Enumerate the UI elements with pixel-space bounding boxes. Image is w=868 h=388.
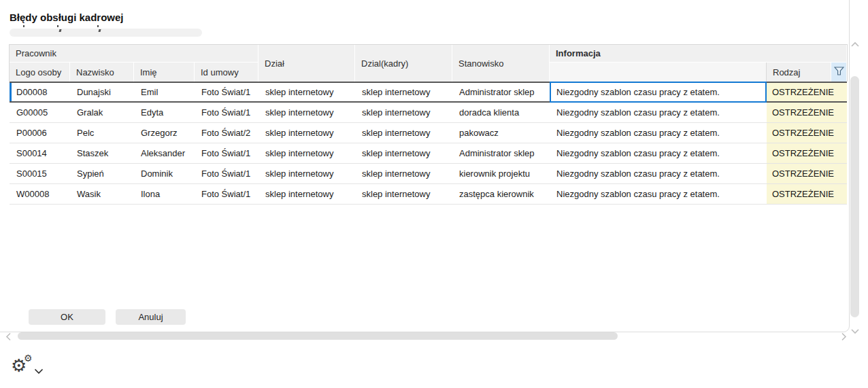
cell-id-umowy[interactable]: Foto Świat/2 [195, 123, 258, 143]
cell-dzial[interactable]: sklep internetowy [258, 184, 355, 204]
cell-logo-osoby[interactable]: D00008 [10, 83, 70, 101]
cell-informacja[interactable]: Niezgodny szablon czasu pracy z etatem. [550, 164, 767, 183]
cell-imie[interactable]: Emil [134, 83, 195, 101]
ok-button[interactable]: OK [29, 309, 105, 325]
cell-logo-osoby[interactable]: S00015 [10, 164, 70, 183]
cell-imie[interactable]: Dominik [134, 164, 195, 183]
cell-logo-osoby[interactable]: P00006 [10, 123, 70, 143]
header-nazwisko[interactable]: Nazwisko [70, 63, 134, 82]
table-row[interactable]: P00006 Pelc Grzegorz Foto Świat/2 sklep … [10, 123, 847, 143]
cell-nazwisko[interactable]: Sypień [70, 164, 134, 183]
cell-logo-osoby[interactable]: G00005 [10, 103, 70, 122]
horizontal-scrollbar-thumb[interactable] [18, 332, 618, 340]
cell-id-umowy[interactable]: Foto Świat/1 [195, 164, 258, 183]
clipped-text-fragment [97, 25, 99, 27]
table-row[interactable]: G00005 Gralak Edyta Foto Świat/1 sklep i… [10, 103, 847, 123]
table-row[interactable]: S00014 Staszek Aleksander Foto Świat/1 s… [10, 143, 847, 164]
funnel-icon [834, 67, 844, 77]
cell-imie[interactable]: Aleksander [134, 143, 195, 163]
header-dzial[interactable]: Dział [258, 45, 355, 82]
header-stanowisko[interactable]: Stanowisko [452, 45, 550, 82]
header-informacja[interactable]: Informacja [550, 45, 847, 63]
cell-dzial-kadry[interactable]: sklep internetowy [355, 184, 452, 204]
cell-dzial-kadry[interactable]: sklep internetowy [355, 103, 452, 122]
cell-id-umowy[interactable]: Foto Świat/1 [195, 184, 258, 204]
cell-informacja[interactable]: Niezgodny szablon czasu pracy z etatem. [550, 103, 767, 122]
cell-id-umowy[interactable]: Foto Świat/1 [195, 103, 258, 122]
cell-stanowisko[interactable]: pakowacz [452, 123, 550, 143]
cell-nazwisko[interactable]: Dunajski [70, 83, 134, 101]
cell-nazwisko[interactable]: Gralak [70, 103, 134, 122]
cell-dzial-kadry[interactable]: sklep internetowy [355, 123, 452, 143]
cell-dzial[interactable]: sklep internetowy [258, 123, 355, 143]
header-imie[interactable]: Imię [134, 63, 195, 82]
cell-informacja[interactable]: Niezgodny szablon czasu pracy z etatem. [550, 143, 767, 163]
clipped-toolbar-control[interactable] [10, 29, 202, 37]
cell-logo-osoby[interactable]: S00014 [10, 143, 70, 163]
cell-nazwisko[interactable]: Staszek [70, 143, 134, 163]
cell-stanowisko[interactable]: Administrator sklep [452, 83, 550, 101]
cell-id-umowy[interactable]: Foto Świat/1 [195, 143, 258, 163]
table-body: D00008 Dunajski Emil Foto Świat/1 sklep … [10, 82, 847, 205]
cell-informacja[interactable]: Niezgodny szablon czasu pracy z etatem. [550, 184, 767, 204]
settings-button[interactable]: ⚙ ⚙ [10, 353, 33, 380]
cell-nazwisko[interactable]: Pelc [70, 123, 134, 143]
cell-imie[interactable]: Ilona [134, 184, 195, 204]
chevron-down-icon[interactable] [34, 365, 44, 377]
cell-logo-osoby[interactable]: W00008 [10, 184, 70, 204]
cell-rodzaj[interactable]: OSTRZEŻENIE [767, 103, 847, 122]
cell-stanowisko[interactable]: kierownik projektu [452, 164, 550, 183]
cell-id-umowy[interactable]: Foto Świat/1 [195, 83, 258, 101]
cell-rodzaj[interactable]: OSTRZEŻENIE [767, 143, 847, 163]
clipped-text-fragment [99, 29, 101, 32]
cell-imie[interactable]: Edyta [134, 103, 195, 122]
gear-icon: ⚙ [24, 353, 33, 363]
cell-dzial[interactable]: sklep internetowy [258, 103, 355, 122]
cell-dzial[interactable]: sklep internetowy [258, 143, 355, 163]
table-row[interactable]: D00008 Dunajski Emil Foto Świat/1 sklep … [10, 82, 847, 103]
header-rodzaj[interactable]: Rodzaj [767, 63, 831, 82]
cell-stanowisko[interactable]: doradca klienta [452, 103, 550, 122]
cell-rodzaj[interactable]: OSTRZEŻENIE [767, 123, 847, 143]
cell-informacja[interactable]: Niezgodny szablon czasu pracy z etatem. [550, 123, 767, 143]
cell-dzial[interactable]: sklep internetowy [258, 164, 355, 183]
chevron-right-icon[interactable] [841, 332, 847, 344]
clipped-text-fragment [59, 29, 62, 32]
cell-rodzaj[interactable]: OSTRZEŻENIE [767, 184, 847, 204]
cell-dzial-kadry[interactable]: sklep internetowy [355, 164, 452, 183]
table-row[interactable]: S00015 Sypień Dominik Foto Świat/1 sklep… [10, 164, 847, 184]
cell-rodzaj[interactable]: OSTRZEŻENIE [767, 164, 847, 183]
header-logo-osoby[interactable]: Logo osoby [10, 63, 70, 82]
filter-button[interactable] [831, 63, 847, 82]
hr-errors-dialog: Błędy obsługi kadrowej Pracownik Dział D… [0, 0, 868, 388]
cell-rodzaj[interactable]: OSTRZEŻENIE [767, 83, 847, 101]
informacja-filter-input[interactable] [550, 63, 767, 82]
cancel-button[interactable]: Anuluj [116, 309, 186, 325]
header-dzial-kadry[interactable]: Dzial(kadry) [355, 45, 452, 82]
chevron-up-icon[interactable] [851, 38, 859, 50]
table-row[interactable]: W00008 Wasik Ilona Foto Świat/1 sklep in… [10, 184, 847, 205]
header-id-umowy[interactable]: Id umowy [195, 63, 258, 82]
page-title: Błędy obsługi kadrowej [10, 12, 124, 23]
cell-dzial-kadry[interactable]: sklep internetowy [355, 143, 452, 163]
clipped-text-fragment [57, 25, 59, 27]
cell-dzial-kadry[interactable]: sklep internetowy [355, 83, 452, 101]
clipped-text-fragment [23, 25, 24, 27]
cell-imie[interactable]: Grzegorz [134, 123, 195, 143]
cell-stanowisko[interactable]: zastępca kierownik [452, 184, 550, 204]
errors-table: Pracownik Dział Dzial(kadry) Stanowisko … [10, 45, 847, 82]
cell-informacja[interactable]: Niezgodny szablon czasu pracy z etatem. [550, 83, 767, 101]
cell-nazwisko[interactable]: Wasik [70, 184, 134, 204]
cell-stanowisko[interactable]: Administrator sklep [452, 143, 550, 163]
vertical-scrollbar-thumb[interactable] [850, 76, 859, 317]
chevron-left-icon[interactable] [5, 332, 12, 344]
table-header: Pracownik Dział Dzial(kadry) Stanowisko … [10, 45, 847, 82]
cell-dzial[interactable]: sklep internetowy [258, 83, 355, 101]
header-pracownik[interactable]: Pracownik [10, 45, 258, 63]
chevron-down-icon[interactable] [851, 325, 859, 337]
